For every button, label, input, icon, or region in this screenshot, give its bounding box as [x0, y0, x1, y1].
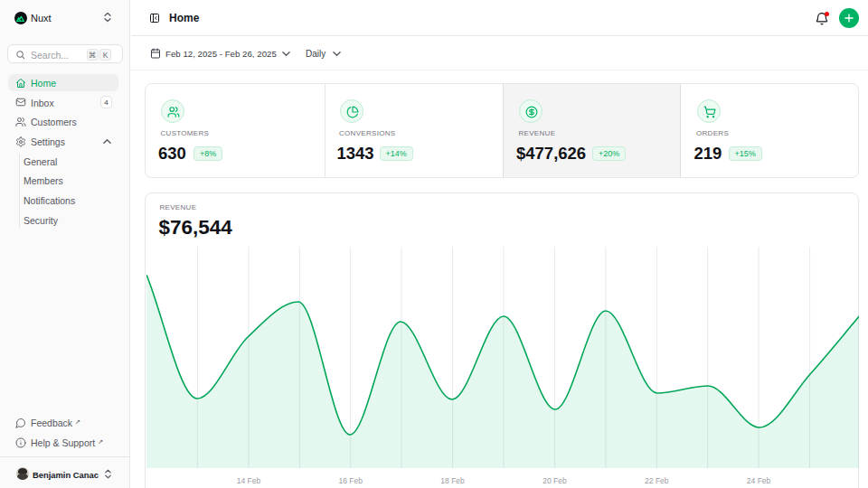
svg-text:14 Feb: 14 Feb [237, 476, 261, 485]
svg-text:24 Feb: 24 Feb [747, 476, 771, 485]
svg-text:20 Feb: 20 Feb [542, 476, 567, 485]
svg-text:22 Feb: 22 Feb [645, 476, 669, 485]
svg-text:16 Feb: 16 Feb [338, 476, 363, 485]
svg-text:18 Feb: 18 Feb [440, 476, 465, 485]
